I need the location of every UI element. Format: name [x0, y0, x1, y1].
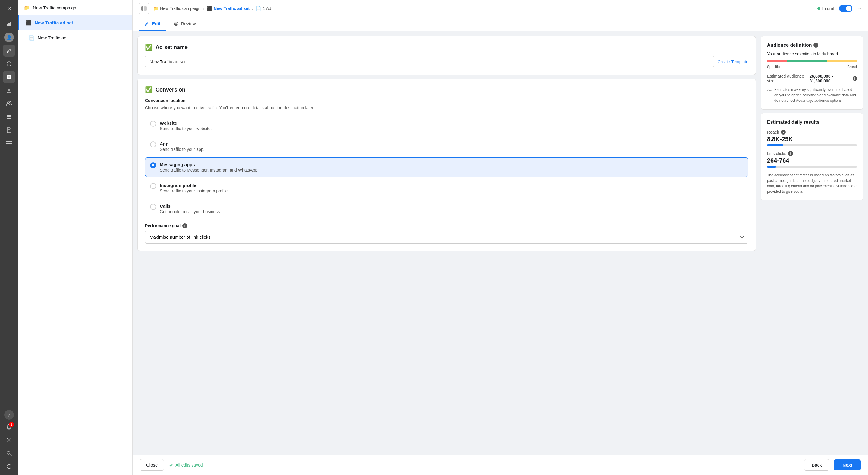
- daily-results-title: Estimated daily results: [767, 120, 857, 125]
- radio-calls-title: Calls: [160, 203, 221, 209]
- bc-adset[interactable]: ⬛ New Traffic ad set: [207, 6, 250, 11]
- people-icon[interactable]: [3, 98, 15, 109]
- bc-adset-label: New Traffic ad set: [214, 6, 250, 11]
- performance-goal-label-row: Performance goal i: [145, 223, 748, 228]
- bc-ad[interactable]: 📄 1 Ad: [256, 6, 271, 11]
- notifications-badge-icon[interactable]: 1: [3, 421, 15, 433]
- performance-goal-label-text: Performance goal: [145, 223, 181, 228]
- radio-instagram[interactable]: Instagram profile Send traffic to your I…: [145, 178, 748, 198]
- radio-messaging[interactable]: Messaging apps Send traffic to Messenger…: [145, 158, 748, 177]
- svg-rect-4: [7, 75, 9, 77]
- create-template-link[interactable]: Create Template: [718, 59, 748, 64]
- radio-calls-btn: [150, 204, 156, 210]
- sidebar-item-adset[interactable]: ⬛ New Traffic ad set ⋯: [18, 15, 132, 30]
- radio-website-btn: [150, 121, 156, 127]
- conversion-location-desc: Choose where you want to drive traffic. …: [145, 105, 748, 111]
- performance-goal-dropdown[interactable]: Maximise number of link clicks Maximise …: [145, 231, 748, 243]
- reports-icon[interactable]: [3, 124, 15, 136]
- clock-icon[interactable]: [3, 58, 15, 70]
- svg-point-30: [176, 23, 177, 24]
- reach-metric: Reach i 8.8K-25K: [767, 130, 857, 146]
- user-icon[interactable]: 👤: [3, 31, 15, 43]
- radio-instagram-content: Instagram profile Send traffic to your I…: [160, 183, 229, 193]
- audience-size-value: 26,600,000 - 31,300,000: [809, 74, 850, 83]
- radio-instagram-btn: [150, 183, 156, 189]
- audience-size-info-icon[interactable]: i: [852, 76, 857, 81]
- bottom-bar: Close All edits saved Back Next: [133, 454, 868, 475]
- next-button[interactable]: Next: [834, 460, 861, 471]
- radio-instagram-title: Instagram profile: [160, 183, 229, 188]
- svg-rect-7: [9, 77, 11, 79]
- help-icon[interactable]: ?: [4, 410, 14, 419]
- link-clicks-metric: Link clicks i 264-764: [767, 151, 857, 168]
- svg-rect-13: [7, 115, 11, 116]
- radio-app-desc: Send traffic to your app.: [160, 147, 204, 152]
- top-bar: 📁 New Traffic campaign › ⬛ New Traffic a…: [133, 0, 868, 17]
- adset-label: New Traffic ad set: [35, 20, 119, 25]
- draft-toggle[interactable]: [839, 5, 852, 12]
- more-options-button[interactable]: ⋯: [856, 5, 862, 12]
- audience-definition-title: Audience definition i: [767, 42, 857, 48]
- performance-goal-info-icon[interactable]: i: [182, 223, 187, 228]
- audience-size-label: Estimated audience size:: [767, 74, 809, 83]
- pages-icon[interactable]: [3, 84, 15, 96]
- svg-line-23: [10, 454, 11, 456]
- audience-label-specific: Specific: [767, 65, 780, 69]
- layers-icon[interactable]: [3, 111, 15, 123]
- menu-icon[interactable]: [3, 137, 15, 149]
- search-icon[interactable]: [3, 447, 15, 460]
- svg-rect-28: [144, 6, 147, 10]
- debug-icon[interactable]: [3, 461, 15, 473]
- right-panel: Audience definition i Your audience sele…: [761, 36, 863, 450]
- sidebar-item-campaign[interactable]: 📁 New Traffic campaign ⋯: [18, 0, 132, 15]
- bc-ad-label: 1 Ad: [263, 6, 271, 11]
- radio-app-content: App Send traffic to your app.: [160, 141, 204, 152]
- tab-edit[interactable]: Edit: [138, 17, 166, 31]
- tab-review[interactable]: Review: [167, 17, 202, 31]
- radio-website[interactable]: Website Send traffic to your website.: [145, 116, 748, 135]
- close-button[interactable]: Close: [140, 459, 164, 471]
- link-clicks-bar: [767, 166, 857, 168]
- svg-point-21: [8, 439, 10, 441]
- audience-definition-title-text: Audience definition: [767, 42, 812, 48]
- sidebar-item-ad[interactable]: 📄 New Traffic ad ⋯: [18, 30, 132, 45]
- campaign-more-icon[interactable]: ⋯: [122, 4, 127, 11]
- draft-label: In draft: [822, 6, 835, 11]
- tab-edit-label: Edit: [152, 21, 160, 26]
- reach-label: Reach i: [767, 130, 857, 135]
- settings-icon[interactable]: [3, 434, 15, 446]
- audience-definition-info-icon[interactable]: i: [813, 43, 818, 47]
- ad-label: New Traffic ad: [38, 35, 119, 40]
- conversion-section: ✅ Conversion Conversion location Choose …: [137, 78, 756, 251]
- saved-status-text: All edits saved: [176, 463, 203, 468]
- reach-label-text: Reach: [767, 130, 779, 135]
- edit-icon[interactable]: [3, 44, 15, 57]
- audience-label-broad: Broad: [847, 65, 857, 69]
- close-icon[interactable]: ✕: [3, 2, 15, 14]
- grid-icon[interactable]: [3, 71, 15, 83]
- panel-toggle-button[interactable]: [138, 3, 150, 14]
- chart-icon[interactable]: [3, 18, 15, 30]
- radio-app[interactable]: App Send traffic to your app.: [145, 137, 748, 156]
- ad-set-name-input[interactable]: [145, 56, 714, 67]
- back-button[interactable]: Back: [804, 459, 829, 471]
- adset-more-icon[interactable]: ⋯: [122, 19, 127, 26]
- svg-rect-15: [7, 118, 11, 119]
- audience-bar-red: [767, 60, 787, 62]
- radio-app-title: App: [160, 141, 204, 146]
- radio-messaging-btn: [150, 162, 156, 168]
- ad-more-icon[interactable]: ⋯: [122, 34, 127, 41]
- ad-set-name-title: ✅ Ad set name: [145, 44, 748, 51]
- ad-icon: 📄: [29, 35, 35, 41]
- audience-bar: [767, 60, 857, 62]
- bc-campaign-label: New Traffic campaign: [160, 6, 200, 11]
- radio-calls[interactable]: Calls Get people to call your business.: [145, 199, 748, 218]
- form-panel: ✅ Ad set name Create Template ✅ Conversi…: [137, 36, 756, 450]
- conversion-title-text: Conversion: [156, 87, 185, 93]
- bc-campaign[interactable]: 📁 New Traffic campaign: [153, 6, 200, 11]
- reach-info-icon[interactable]: i: [781, 130, 786, 135]
- conversion-location-label: Conversion location: [145, 98, 748, 103]
- link-clicks-info-icon[interactable]: i: [788, 151, 793, 156]
- audience-description: Your audience selection is fairly broad.: [767, 52, 857, 56]
- svg-point-11: [7, 102, 9, 104]
